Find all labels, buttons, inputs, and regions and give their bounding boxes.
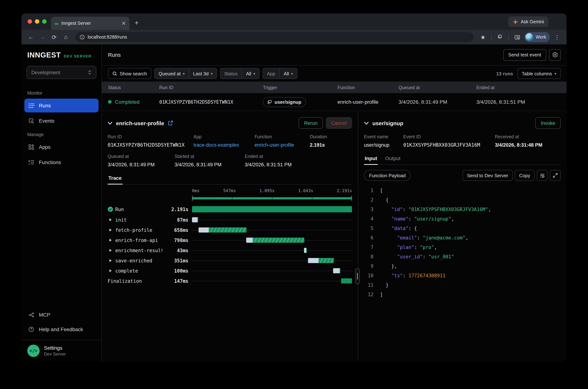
address-bar[interactable]: localhost:8288/runs: [75, 32, 473, 42]
sidebar-item-events[interactable]: Events: [24, 114, 99, 128]
app-link[interactable]: trace-docs-examples: [193, 142, 239, 148]
chevron-down-icon: ▾: [253, 71, 255, 75]
panel-resize-handle[interactable]: [355, 268, 360, 284]
trace-step-bar[interactable]: [341, 278, 352, 284]
trace-step-bar[interactable]: [308, 258, 334, 263]
back-button[interactable]: ←: [26, 32, 36, 42]
run-table-row[interactable]: Completed 01KJXSYPZYB6TH2DSDSYETWN1X use…: [102, 93, 566, 111]
trace-step-bar[interactable]: [333, 268, 340, 273]
function-payload-pill[interactable]: Function Payload: [364, 170, 411, 181]
trace-step-bar[interactable]: [192, 206, 352, 212]
invoke-button[interactable]: Invoke: [535, 117, 561, 129]
trace-row-run[interactable]: Run2.191s: [108, 204, 352, 215]
timeline-axis: 0ms547ms1.095s1.643s2.191s: [192, 188, 352, 193]
close-window-button[interactable]: [28, 19, 32, 24]
sidebar-settings[interactable]: </> Settings Dev Server: [22, 340, 101, 361]
collapse-chevron-icon[interactable]: [364, 121, 369, 125]
trace-row-init[interactable]: init87ms: [108, 215, 352, 225]
payload-code-editor[interactable]: 1[2 {3 "id": "01KJXSYPSFHBXX03GRJFV3A16M…: [364, 186, 561, 299]
code-text: "email": "jane@acme.com",: [374, 233, 468, 243]
sidebar-item-help[interactable]: Help and Feedback: [24, 323, 99, 336]
apps-grid-icon: [28, 144, 34, 150]
trace-step-bar[interactable]: [192, 217, 198, 222]
time-range-dropdown[interactable]: Last 3d▾: [189, 68, 217, 79]
table-columns-dropdown[interactable]: Table columns▾: [517, 68, 561, 79]
reload-button[interactable]: ⟳: [49, 32, 59, 42]
status-filter-dropdown[interactable]: All▾: [242, 68, 259, 79]
select-chevrons-icon: [88, 70, 92, 75]
cancel-button[interactable]: Cancel: [326, 117, 352, 129]
external-link-icon[interactable]: [168, 121, 173, 126]
duration-label: Duration: [310, 134, 352, 139]
trace-row-fetch-profile[interactable]: fetch-profile658ms: [108, 225, 352, 235]
browser-tab[interactable]: ∞ Inngest Server ✕: [51, 17, 129, 30]
browser-menu-icon[interactable]: ⋮: [552, 32, 562, 42]
tab-close-icon[interactable]: ✕: [122, 21, 126, 26]
trace-row-complete[interactable]: complete100ms: [108, 266, 352, 276]
trigger-pill[interactable]: user/signup: [263, 97, 306, 107]
sidebar-item-functions[interactable]: Functions: [24, 155, 99, 169]
profile-chip[interactable]: Work: [524, 32, 550, 42]
function-link[interactable]: enrich-user-profile: [255, 142, 294, 148]
tab-trace[interactable]: Trace: [108, 175, 122, 184]
sidebar-item-runs[interactable]: Runs: [24, 99, 99, 112]
settings-gear-button[interactable]: [549, 49, 561, 61]
send-test-event-button[interactable]: Send test event: [503, 49, 546, 61]
inngest-app: INNGEST DEV SERVER Development Monitor: [22, 44, 566, 361]
trace-row-save-enriched[interactable]: save-enriched351ms: [108, 256, 352, 266]
copy-button[interactable]: Copy: [515, 170, 534, 181]
code-line: 10 "ts": 1772674308911: [364, 271, 561, 281]
forward-button[interactable]: →: [37, 32, 48, 42]
trace-step-label: save-enriched: [108, 258, 162, 263]
ended-at-cell: 3/4/2026, 8:31:51 PM: [476, 99, 566, 105]
main-content: Runs Send test event: [102, 44, 566, 361]
trace-step-track: [192, 266, 352, 276]
timeline-minimap[interactable]: [192, 196, 352, 201]
code-text: "user_id": "usr_001": [374, 252, 454, 262]
trace-row-enrich-from-api[interactable]: enrich-from-api798ms: [108, 235, 352, 245]
home-button[interactable]: ⌂: [61, 32, 71, 42]
code-line: 9 },: [364, 262, 561, 271]
sidebar-item-apps[interactable]: Apps: [24, 140, 99, 154]
tab-output[interactable]: Output: [384, 155, 401, 164]
send-to-dev-server-button[interactable]: Send to Dev Server: [463, 170, 513, 181]
app-filter-dropdown[interactable]: All▾: [279, 68, 297, 79]
time-field-dropdown[interactable]: Queued at▾: [154, 68, 189, 79]
trace-step-duration: 87ms: [166, 217, 188, 223]
caret-right-icon[interactable]: [108, 228, 113, 231]
word-wrap-icon: [539, 173, 545, 178]
word-wrap-button[interactable]: [537, 170, 548, 181]
environment-select[interactable]: Development: [27, 66, 96, 79]
caret-right-icon[interactable]: [108, 269, 113, 272]
trace-step-bar[interactable]: [199, 227, 247, 232]
trace-step-bar[interactable]: [246, 238, 304, 243]
show-search-button[interactable]: Show search: [108, 68, 151, 79]
caret-right-icon[interactable]: [108, 218, 113, 221]
sidebar-item-mcp[interactable]: MCP: [24, 308, 99, 322]
new-tab-button[interactable]: +: [135, 19, 139, 27]
tab-input[interactable]: Input: [364, 155, 378, 164]
rerun-button[interactable]: Rerun: [298, 117, 323, 129]
trace-step-bar[interactable]: [304, 248, 307, 253]
minimize-window-button[interactable]: [35, 19, 39, 24]
toolbar-divider: [508, 34, 509, 40]
ask-gemini-button[interactable]: Ask Gemini: [508, 16, 548, 27]
maximize-window-button[interactable]: [42, 19, 47, 24]
trace-row-enrichment-results[interactable]: enrichment-results43ms: [108, 245, 352, 256]
bookmark-star-icon[interactable]: ★: [478, 32, 488, 42]
extensions-icon[interactable]: [495, 32, 505, 42]
column-header: Trigger: [263, 85, 337, 90]
event-stack-icon: [267, 99, 272, 104]
expand-button[interactable]: [550, 170, 561, 181]
trace-row-finalization[interactable]: Finalization147ms: [108, 276, 352, 286]
running-segment: [253, 238, 304, 243]
collapse-chevron-icon[interactable]: [108, 121, 112, 125]
side-panel-search-icon[interactable]: [512, 32, 522, 42]
window-controls[interactable]: [28, 19, 47, 24]
site-info-icon[interactable]: [80, 34, 85, 40]
caret-right-icon[interactable]: [108, 239, 113, 242]
toolbar-divider: [491, 34, 492, 40]
caret-right-icon[interactable]: [108, 259, 113, 262]
chevron-down-icon: ▾: [211, 71, 212, 75]
caret-right-icon[interactable]: [108, 249, 113, 252]
